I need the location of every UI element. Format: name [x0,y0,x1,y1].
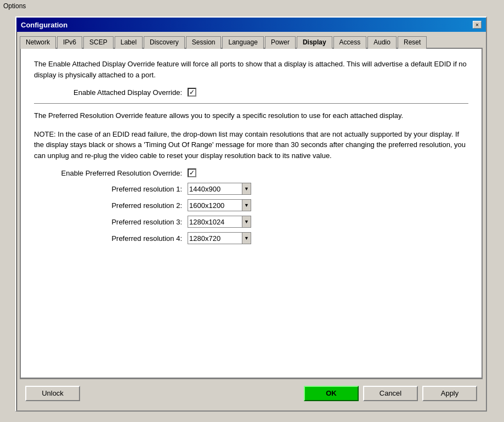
resolution-row-3: Preferred resolution 3: 1280x1024 ▼ [34,216,468,228]
unlock-button[interactable]: Unlock [25,386,80,401]
enable-preferred-row: Enable Preferred Resolution Override: [34,168,468,177]
tab-session[interactable]: Session [186,36,222,49]
resolution-select-2[interactable]: 1600x1200 [188,199,242,211]
enable-preferred-checkbox[interactable] [188,168,196,177]
enable-display-label: Enable Attached Display Override: [34,88,188,97]
resolution-label-3: Preferred resolution 3: [34,218,188,226]
tab-power[interactable]: Power [265,36,296,49]
resolution-label-2: Preferred resolution 2: [34,201,188,210]
resolution-select-3[interactable]: 1280x1024 [188,216,242,228]
tab-scep[interactable]: SCEP [83,36,114,49]
resolution-label-4: Preferred resolution 4: [34,234,188,243]
preferred-resolution-text2: NOTE: In the case of an EDID read failur… [34,129,468,161]
right-buttons: OK Cancel Apply [304,386,477,401]
resolution-select-1[interactable]: 1440x900 [188,183,242,195]
tab-network[interactable]: Network [20,36,56,49]
tab-reset[interactable]: Reset [398,36,427,49]
apply-button[interactable]: Apply [422,386,477,401]
close-button[interactable]: × [473,21,482,29]
dialog-title-text: Configuration [21,21,67,29]
tab-discovery[interactable]: Discovery [144,36,185,49]
tab-display[interactable]: Display [297,36,332,49]
configuration-dialog: Configuration × Network IPv6 SCEP Label … [15,16,487,412]
resolution-arrow-3[interactable]: ▼ [242,216,251,228]
resolution-select-wrapper-2: 1600x1200 ▼ [188,199,251,211]
resolution-row-2: Preferred resolution 2: 1600x1200 ▼ [34,199,468,211]
ok-button[interactable]: OK [304,386,359,401]
tab-access[interactable]: Access [333,36,367,49]
resolution-row-4: Preferred resolution 4: 1280x720 ▼ [34,232,468,244]
resolution-select-wrapper-1: 1440x900 ▼ [188,183,251,195]
dialog-content: Network IPv6 SCEP Label Discovery Sessio… [16,32,486,410]
enable-preferred-label: Enable Preferred Resolution Override: [34,169,188,177]
bottom-bar: Unlock OK Cancel Apply [20,379,483,407]
resolution-arrow-4[interactable]: ▼ [242,232,251,244]
display-panel: The Enable Attached Display Override fea… [20,49,483,379]
window-outer: Options Configuration × Network IPv6 SCE… [0,0,504,422]
enable-display-checkbox[interactable] [188,88,196,97]
preferred-resolution-text1: The Preferred Resolution Override featur… [34,110,468,121]
resolution-row-1: Preferred resolution 1: 1440x900 ▼ [34,183,468,195]
tab-bar: Network IPv6 SCEP Label Discovery Sessio… [20,35,483,49]
outer-title-text: Options [3,2,26,10]
resolution-select-wrapper-3: 1280x1024 ▼ [188,216,251,228]
enable-display-row: Enable Attached Display Override: [34,88,468,97]
tab-ipv6[interactable]: IPv6 [57,36,82,49]
tab-language[interactable]: Language [222,36,263,49]
tab-audio[interactable]: Audio [367,36,397,49]
tab-label[interactable]: Label [115,36,143,49]
divider1 [34,103,468,104]
cancel-button[interactable]: Cancel [363,386,418,401]
resolution-select-4[interactable]: 1280x720 [188,232,242,244]
enable-display-text: The Enable Attached Display Override fea… [34,59,468,80]
resolution-label-1: Preferred resolution 1: [34,185,188,193]
dialog-title-bar: Configuration × [16,18,486,32]
resolution-select-wrapper-4: 1280x720 ▼ [188,232,251,244]
resolution-arrow-2[interactable]: ▼ [242,199,251,211]
resolution-arrow-1[interactable]: ▼ [242,183,251,195]
outer-title-bar: Options [0,0,504,11]
